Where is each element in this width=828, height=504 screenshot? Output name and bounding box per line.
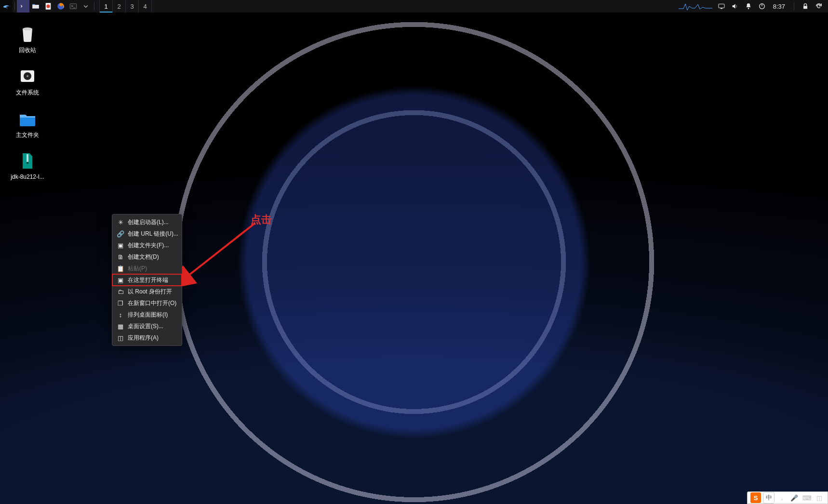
ime-lang-text: 中 [766,493,772,502]
cm-create-launcher[interactable]: ✳ 创建启动器(L)... [112,216,182,228]
panel-launchers: >_ [0,0,96,13]
ime-skin-icon[interactable]: ◫ [814,492,825,503]
folder-icon: 🗀 [117,288,124,295]
power-icon[interactable] [758,2,766,11]
folder-plus-icon: ▣ [117,242,124,249]
cm-open-terminal[interactable]: ▣ 在这里打开终端 [112,274,182,286]
panel-separator [794,2,794,10]
cm-desktop-settings[interactable]: ▦ 桌面设置(S)... [112,320,182,332]
svg-rect-1 [32,5,39,9]
refresh-icon[interactable] [815,2,823,11]
notifications-icon[interactable] [744,2,753,11]
cm-label: 在新窗口中打开(O) [128,299,177,307]
cm-paste: 📋 粘贴(P) [112,263,182,274]
cm-open-new-window[interactable]: ❐ 在新窗口中打开(O) [112,297,182,309]
archive-icon [18,151,37,171]
workspace-2[interactable]: 2 [112,0,125,13]
workspace-4[interactable]: 4 [138,0,152,13]
clock-text: 8:37 [773,3,785,10]
desktop-icon-filesystem[interactable]: 文件系统 [6,66,49,97]
cm-label: 桌面设置(S)... [128,322,177,331]
svg-rect-0 [20,4,27,9]
workspace-3[interactable]: 3 [125,0,138,13]
cm-label: 应用程序(A) [128,334,177,342]
svg-rect-7 [719,4,724,8]
gear-icon: ✳ [117,219,124,225]
terminal-icon: ▣ [117,277,124,283]
clipboard-icon: 📋 [117,265,124,272]
panel-tray: 8:37 [679,1,828,11]
workspace-label: 1 [104,3,107,10]
ime-keyboard-icon[interactable]: ⌨ [801,492,812,503]
svg-rect-12 [803,6,807,9]
folder-home-icon [18,109,37,128]
annotation-arrow [182,220,259,287]
workspace-label: 4 [143,3,147,10]
desktop-icon-label: 回收站 [19,46,36,54]
svg-line-19 [187,224,254,277]
cm-create-document[interactable]: 🗎 创建文档(D) [112,251,182,263]
root-terminal-launcher[interactable]: >_ [67,0,80,13]
workspace-label: 2 [117,3,120,10]
svg-point-13 [23,27,32,30]
file-icon: 🗎 [117,253,124,260]
lock-icon[interactable] [801,2,810,11]
workspace-switcher: 1 2 3 4 [99,0,152,13]
desktop-icon-label: 文件系统 [16,89,39,97]
trash-icon [18,24,37,43]
grid-icon: ↕ [117,311,124,318]
svg-rect-17 [27,154,28,162]
desktop[interactable]: 回收站 文件系统 主文件夹 jdk-8u212-l... ✳ 创建启动器(L).… [0,13,828,504]
svg-point-3 [46,4,50,8]
drive-icon [18,66,37,86]
cm-label: 创建启动器(L)... [128,218,177,226]
svg-rect-18 [27,162,28,164]
cm-create-folder[interactable]: ▣ 创建文件夹(F)... [112,239,182,251]
cpu-graph-icon [679,1,712,11]
settings-icon: ▦ [117,323,124,330]
desktop-icon-label: 主文件夹 [16,131,39,139]
cm-label: 创建 URL 链接(U)... [128,230,178,238]
sogou-logo-icon[interactable]: S [750,492,761,503]
cm-label: 创建文档(D) [128,253,177,261]
panel-separator [14,2,15,10]
display-icon[interactable] [717,2,726,11]
desktop-icon-trash[interactable]: 回收站 [6,24,49,54]
svg-rect-8 [721,8,722,9]
cm-label: 在这里打开终端 [128,276,177,284]
annotation-text: 点击 [251,212,272,227]
top-panel: >_ 1 2 3 4 8:37 [0,0,828,13]
ime-toolbar[interactable]: S 中 ， 🎤 ⌨ ◫ [747,491,828,504]
ime-logo-text: S [754,494,758,502]
ime-punct-icon[interactable]: ， [776,492,787,503]
cm-label: 粘贴(P) [128,265,177,273]
cm-applications[interactable]: ◫ 应用程序(A) [112,332,182,344]
cm-arrange-icons[interactable]: ↕ 排列桌面图标(I) [112,309,182,320]
link-icon: 🔗 [117,230,124,237]
file-manager-launcher[interactable] [29,0,42,13]
workspace-label: 3 [130,3,134,10]
clock[interactable]: 8:37 [771,3,787,10]
text-editor-launcher[interactable] [42,0,54,13]
apps-icon: ◫ [117,334,124,341]
volume-icon[interactable] [731,2,739,11]
svg-point-9 [748,8,749,9]
svg-point-16 [27,75,28,77]
terminal-launcher[interactable] [17,0,29,13]
cm-label: 以 Root 身份打开 [128,288,177,296]
desktop-icon-home[interactable]: 主文件夹 [6,109,49,139]
ime-lang-button[interactable]: 中 [763,492,775,504]
cm-label: 排列桌面图标(I) [128,311,177,319]
desktop-icon-label: jdk-8u212-l... [11,173,44,180]
kali-menu-button[interactable] [0,0,13,13]
firefox-launcher[interactable] [54,0,67,13]
svg-text:>_: >_ [71,4,76,8]
desktop-context-menu: ✳ 创建启动器(L)... 🔗 创建 URL 链接(U)... ▣ 创建文件夹(… [112,214,182,346]
window-icon: ❐ [117,300,124,306]
cm-open-as-root[interactable]: 🗀 以 Root 身份打开 [112,286,182,297]
desktop-icon-archive[interactable]: jdk-8u212-l... [6,151,49,180]
workspace-1[interactable]: 1 [99,0,112,13]
cm-create-url[interactable]: 🔗 创建 URL 链接(U)... [112,228,182,239]
chevron-down-icon[interactable] [80,0,92,13]
ime-voice-icon[interactable]: 🎤 [789,492,800,503]
